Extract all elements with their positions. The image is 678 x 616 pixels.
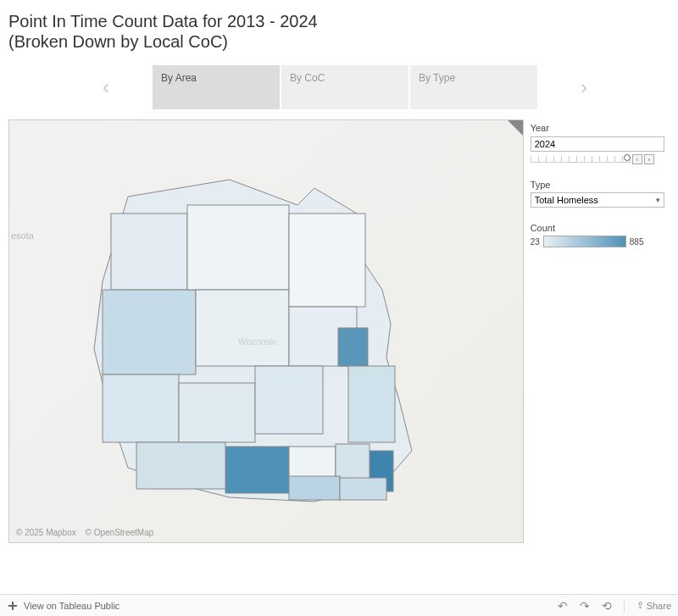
type-label: Type: [531, 180, 670, 190]
year-slider-thumb[interactable]: [624, 154, 631, 161]
svg-rect-16: [289, 476, 340, 500]
year-slider[interactable]: [531, 156, 631, 163]
svg-rect-10: [255, 366, 323, 434]
type-select[interactable]: Total Homeless: [531, 192, 664, 208]
attribution-osm[interactable]: © OpenStreetMap: [86, 528, 154, 537]
type-select-value: Total Homeless: [535, 195, 598, 205]
svg-rect-11: [225, 447, 289, 493]
share-button[interactable]: ⇪ Share: [636, 600, 671, 611]
footer-separator: [624, 599, 625, 613]
svg-rect-3: [187, 205, 289, 290]
svg-rect-5: [289, 214, 365, 307]
count-legend-max: 885: [630, 237, 644, 247]
svg-rect-4: [196, 290, 289, 366]
svg-rect-7: [338, 328, 368, 366]
svg-rect-15: [136, 442, 225, 489]
map-corner-icon[interactable]: [508, 120, 523, 136]
count-legend: 23 885: [531, 236, 670, 247]
count-label: Count: [531, 223, 670, 233]
tab-by-type[interactable]: By Type: [410, 65, 537, 109]
view-on-tableau-label: View on Tableau Public: [24, 601, 119, 611]
tab-by-area[interactable]: By Area: [153, 65, 280, 109]
map-state-shape: Wisconsin: [77, 163, 450, 519]
year-input[interactable]: [531, 136, 664, 152]
controls-panel: Year ‹ › Type Total Homeless Count 23 88…: [531, 119, 670, 543]
svg-rect-8: [348, 366, 395, 442]
year-prev-button[interactable]: ‹: [632, 154, 642, 164]
map-attribution: © 2025 Mapbox © OpenStreetMap: [16, 528, 160, 537]
page-title: Point In Time Count Data for 2013 - 2024: [8, 10, 670, 32]
footer-toolbar: View on Tableau Public ↶ ↷ ⟲ ⇪ Share: [0, 594, 678, 616]
tabs-row: ‹ By Area By CoC By Type ›: [0, 58, 678, 119]
page-subtitle: (Broken Down by Local CoC): [8, 32, 670, 52]
year-label: Year: [531, 123, 670, 133]
count-legend-min: 23: [531, 237, 540, 247]
map-neighbor-label: esota: [11, 230, 34, 241]
tab-by-coc[interactable]: By CoC: [281, 65, 408, 109]
view-on-tableau-button[interactable]: View on Tableau Public: [7, 600, 119, 612]
svg-rect-1: [103, 290, 196, 375]
svg-rect-0: [111, 214, 187, 290]
tabs-next-icon[interactable]: ›: [571, 75, 597, 100]
map-viewport[interactable]: esota: [8, 119, 524, 543]
share-label: Share: [647, 601, 671, 611]
count-legend-gradient: [543, 236, 626, 247]
year-next-button[interactable]: ›: [644, 154, 654, 164]
undo-icon[interactable]: ↶: [558, 599, 568, 613]
redo-icon[interactable]: ↷: [580, 599, 590, 613]
svg-rect-9: [179, 383, 255, 442]
map-center-label: Wisconsin: [238, 337, 277, 347]
tabs-prev-icon[interactable]: ‹: [93, 75, 119, 100]
tableau-logo-icon: [7, 600, 19, 612]
attribution-mapbox[interactable]: © 2025 Mapbox: [16, 528, 76, 537]
share-icon: ⇪: [636, 600, 644, 611]
svg-rect-17: [340, 478, 386, 500]
reset-icon[interactable]: ⟲: [602, 599, 612, 613]
svg-rect-2: [103, 375, 179, 442]
